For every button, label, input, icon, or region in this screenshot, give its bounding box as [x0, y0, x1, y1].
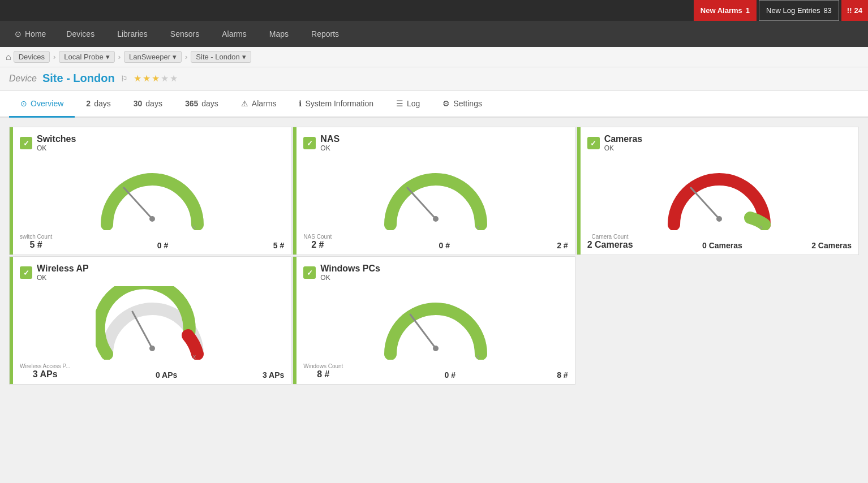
cameras-stats: Camera Count 2 Cameras 0 Cameras 2 Camer…: [587, 234, 852, 250]
flag-icon[interactable]: ⚐: [121, 74, 128, 83]
nas-stats: NAS Count 2 # 0 # 2 #: [303, 234, 568, 250]
home-icon: ⊙: [15, 29, 22, 38]
switches-left-bar: [10, 127, 13, 255]
wireless-status: OK: [37, 274, 89, 282]
tab-overview-label: Overview: [31, 99, 63, 108]
breadcrumb-home-icon[interactable]: ⌂: [6, 52, 11, 62]
cameras-check-icon: ✓: [587, 137, 600, 149]
tab-365days[interactable]: 365 days: [174, 91, 230, 118]
exclaim-button[interactable]: !! 24: [841, 0, 868, 21]
windows-card[interactable]: ✓ Windows PCs OK x: [293, 256, 575, 385]
switches-status: OK: [37, 144, 76, 152]
star-4: ★: [161, 73, 169, 84]
windows-check-icon: ✓: [303, 266, 316, 279]
info-icon: ℹ: [299, 99, 302, 108]
breadcrumb: ⌂ Devices › Local Probe ▾ › LanSweeper ▾…: [0, 47, 868, 67]
nas-title: NAS: [320, 134, 340, 144]
stars: ★ ★ ★ ★ ★: [134, 73, 178, 84]
cameras-status: OK: [604, 144, 643, 152]
tab-alarms[interactable]: ⚠ Alarms: [230, 91, 288, 118]
tab-2days[interactable]: 2 days: [75, 91, 122, 118]
new-alarms-count: 1: [746, 6, 750, 15]
svg-text:x: x: [193, 353, 196, 360]
star-2: ★: [143, 73, 151, 84]
new-log-label: New Log Entries: [766, 6, 820, 15]
breadcrumb-devices[interactable]: Devices: [14, 51, 50, 63]
tab-2days-label: days: [94, 99, 111, 108]
star-1: ★: [134, 73, 141, 84]
nav-item-alarms[interactable]: Alarms: [210, 21, 258, 47]
tab-365days-label: days: [201, 99, 218, 108]
windows-gauge: x: [303, 286, 568, 360]
wireless-card[interactable]: ✓ Wireless AP OK: [9, 256, 291, 385]
tab-30days-label: days: [145, 99, 162, 108]
tab-30days[interactable]: 30 days: [122, 91, 174, 118]
windows-left-bar: [293, 257, 297, 384]
nav-item-sensors[interactable]: Sensors: [159, 21, 210, 47]
tab-overview[interactable]: ⊙ Overview: [9, 91, 75, 118]
wireless-left-bar: [10, 257, 13, 384]
content-area: ✓ Switches OK: [0, 118, 868, 394]
svg-text:x: x: [193, 224, 196, 230]
tabs-bar: ⊙ Overview 2 days 30 days 365 days ⚠ Ala…: [0, 91, 868, 118]
switches-check-icon: ✓: [20, 137, 32, 149]
windows-title: Windows PCs: [320, 264, 380, 274]
switches-card[interactable]: ✓ Switches OK: [9, 127, 291, 255]
windows-status: OK: [320, 274, 380, 282]
svg-text:x: x: [476, 224, 479, 230]
new-log-count: 83: [823, 6, 831, 15]
tab-system-info[interactable]: ℹ System Information: [287, 91, 385, 118]
log-icon: ☰: [396, 99, 403, 108]
cameras-card[interactable]: ✓ Cameras OK x: [577, 127, 859, 255]
nav-item-reports[interactable]: Reports: [300, 21, 350, 47]
star-5: ★: [170, 73, 178, 84]
tab-system-info-label: System Information: [305, 99, 373, 108]
tab-settings[interactable]: ⚙ Settings: [431, 91, 493, 118]
device-title-bar: Device Site - London ⚐ ★ ★ ★ ★ ★: [0, 67, 868, 91]
new-log-button[interactable]: New Log Entries 83: [759, 0, 839, 21]
wireless-gauge: x: [20, 286, 284, 360]
nas-card[interactable]: ✓ NAS OK x: [293, 127, 575, 255]
nav-item-libraries[interactable]: Libraries: [106, 21, 159, 47]
svg-text:x: x: [476, 353, 479, 360]
nav-item-maps[interactable]: Maps: [258, 21, 300, 47]
breadcrumb-lansweeper[interactable]: LanSweeper ▾: [124, 51, 182, 63]
exclaim-icon: !!: [847, 6, 852, 15]
nav-item-devices[interactable]: Devices: [55, 21, 106, 47]
switches-stats: switch Count 5 # 0 # 5 #: [20, 234, 284, 250]
wireless-check-icon: ✓: [20, 266, 32, 279]
nas-check-icon: ✓: [303, 137, 316, 149]
nas-status: OK: [320, 144, 340, 152]
svg-point-10: [149, 346, 155, 351]
warning-icon: ⚠: [241, 99, 248, 108]
breadcrumb-localprobe[interactable]: Local Probe ▾: [59, 51, 114, 63]
new-alarms-label: New Alarms: [701, 6, 742, 15]
svg-point-1: [149, 216, 155, 222]
cameras-title: Cameras: [604, 134, 643, 144]
nas-left-bar: [293, 127, 297, 255]
wireless-stats: Wireless Access P... 3 APs 0 APs 3 APs: [20, 363, 284, 380]
gear-icon: ⚙: [442, 99, 450, 108]
device-label: Device: [9, 74, 37, 84]
nav-bar: ⊙ Home Devices Libraries Sensors Alarms …: [0, 21, 868, 47]
svg-point-13: [433, 346, 439, 351]
tab-log[interactable]: ☰ Log: [385, 91, 431, 118]
svg-line-6: [691, 188, 719, 219]
card-grid: ✓ Switches OK: [9, 127, 859, 385]
top-bar: New Alarms 1 New Log Entries 83 !! 24: [0, 0, 868, 21]
new-alarms-button[interactable]: New Alarms 1: [694, 0, 757, 21]
exclaim-count: 24: [854, 6, 862, 15]
wireless-title: Wireless AP: [37, 264, 89, 274]
breadcrumb-site-london[interactable]: Site - London ▾: [191, 51, 251, 63]
windows-stats: Windows Count 8 # 0 # 8 #: [303, 363, 568, 380]
tab-overview-icon: ⊙: [20, 99, 27, 108]
tab-log-label: Log: [407, 99, 420, 108]
svg-line-12: [410, 314, 436, 348]
svg-line-3: [407, 188, 436, 219]
tab-settings-label: Settings: [453, 99, 482, 108]
nav-home[interactable]: ⊙ Home: [6, 29, 55, 38]
svg-point-7: [716, 216, 722, 222]
svg-line-9: [132, 312, 152, 348]
nas-gauge: x: [303, 157, 568, 230]
switches-gauge: x: [20, 157, 284, 230]
